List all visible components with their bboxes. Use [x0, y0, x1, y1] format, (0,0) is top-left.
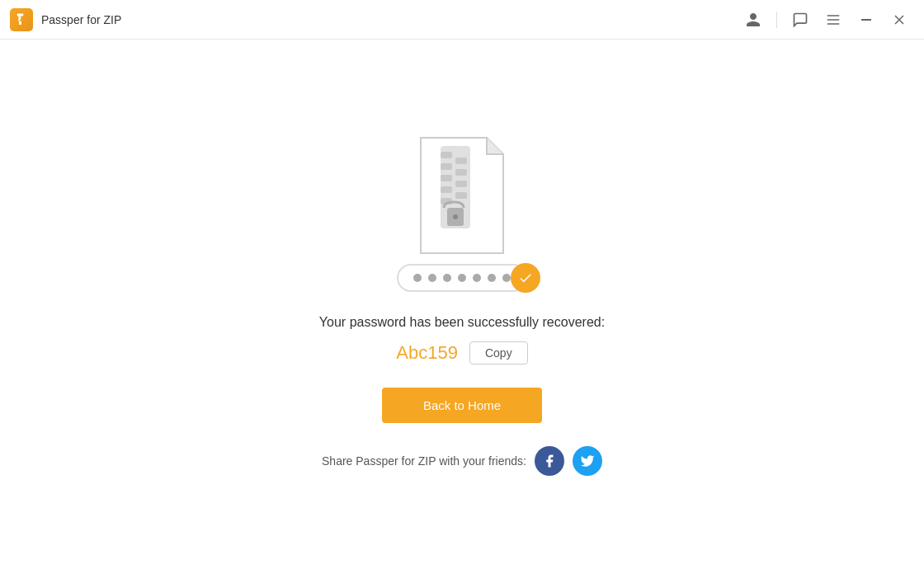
- minimize-button[interactable]: [851, 5, 881, 35]
- dot-4: [458, 274, 466, 282]
- svg-rect-12: [441, 163, 452, 170]
- titlebar-controls: [738, 5, 914, 35]
- check-circle-icon: [511, 263, 540, 293]
- close-button[interactable]: [884, 5, 914, 35]
- svg-rect-2: [18, 16, 20, 18]
- svg-rect-1: [20, 15, 21, 17]
- svg-rect-7: [827, 19, 840, 21]
- back-to-home-button[interactable]: Back to Home: [382, 388, 542, 423]
- dot-7: [502, 274, 511, 282]
- password-dots-row: [397, 264, 527, 292]
- dot-2: [428, 274, 436, 282]
- svg-rect-19: [455, 192, 467, 199]
- svg-rect-5: [19, 21, 21, 25]
- app-logo-icon: [10, 8, 33, 31]
- main-content: Your password has been successfully reco…: [0, 40, 924, 569]
- copy-button[interactable]: Copy: [469, 341, 528, 364]
- share-text: Share Passper for ZIP with your friends:: [322, 454, 526, 468]
- menu-icon[interactable]: [818, 5, 848, 35]
- dot-3: [443, 274, 451, 282]
- zip-illustration: [404, 134, 520, 257]
- share-row: Share Passper for ZIP with your friends:: [322, 446, 602, 476]
- svg-rect-13: [441, 175, 452, 181]
- svg-rect-3: [20, 17, 21, 20]
- titlebar-left: Passper for ZIP: [10, 8, 121, 31]
- svg-rect-9: [861, 19, 871, 21]
- svg-rect-18: [455, 181, 467, 187]
- svg-rect-6: [827, 15, 840, 16]
- svg-rect-17: [455, 169, 467, 176]
- password-row: Abc159 Copy: [396, 341, 527, 364]
- svg-rect-4: [18, 18, 20, 21]
- success-message: Your password has been successfully reco…: [319, 315, 605, 330]
- svg-point-21: [453, 214, 458, 219]
- dot-6: [488, 274, 496, 282]
- app-title: Passper for ZIP: [41, 13, 121, 26]
- svg-rect-16: [455, 158, 467, 164]
- twitter-share-button[interactable]: [573, 446, 602, 476]
- svg-rect-11: [441, 152, 452, 158]
- chat-icon[interactable]: [785, 5, 815, 35]
- dot-5: [473, 274, 481, 282]
- svg-rect-14: [441, 186, 452, 193]
- recovered-password: Abc159: [396, 342, 458, 364]
- titlebar: Passper for ZIP: [0, 0, 924, 40]
- dot-1: [413, 274, 422, 282]
- titlebar-divider: [776, 12, 777, 28]
- facebook-share-button[interactable]: [535, 446, 564, 476]
- user-icon[interactable]: [738, 5, 768, 35]
- svg-rect-8: [827, 23, 840, 25]
